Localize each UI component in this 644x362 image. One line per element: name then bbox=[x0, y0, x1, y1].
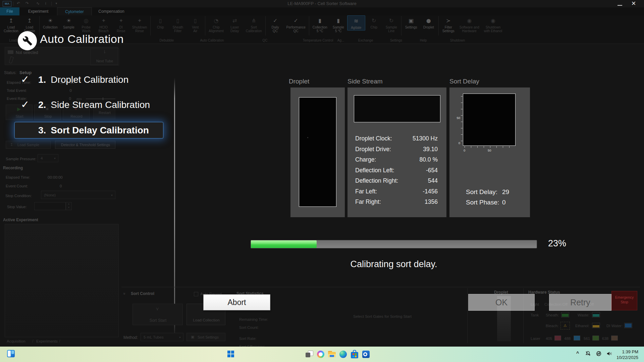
wrench-icon bbox=[18, 31, 37, 50]
step1-label: 1.Droplet Calibration bbox=[38, 74, 128, 85]
ribbon-button[interactable]: ↥ Load Collection bbox=[1, 15, 21, 34]
tab-experiment[interactable]: Experiment bbox=[19, 7, 57, 15]
no-internet-globe-icon[interactable] bbox=[596, 351, 602, 357]
tray-time[interactable]: 1:39 PM bbox=[622, 349, 638, 354]
ribbon-button[interactable]: ◎ Probe Wash bbox=[77, 15, 95, 34]
ribbon-button[interactable]: ◔ Chip Alignment bbox=[206, 15, 226, 34]
ribbon-button[interactable]: ▯ Chip bbox=[152, 15, 169, 30]
side-stream-stats: Droplet Clock: 51300 Hz Droplet Drive: 3… bbox=[355, 135, 438, 209]
stat-row: Deflection Right: 544 bbox=[355, 178, 438, 184]
briefcase-icon: ▣ bbox=[191, 335, 194, 339]
ribbon-button[interactable]: ▮ Collection 5 °C bbox=[310, 15, 330, 34]
stop-condition-dropdown[interactable]: (None) ▼ bbox=[41, 191, 115, 199]
ribbon-button[interactable]: ↥ Load Sample bbox=[21, 15, 38, 34]
vent-air-icon: ▯ bbox=[194, 16, 197, 25]
file-explorer-icon[interactable] bbox=[328, 351, 336, 357]
tab-file[interactable]: File bbox=[0, 7, 19, 15]
stop-condition-label: Stop Condition: bbox=[5, 194, 32, 198]
progress-percent: 23% bbox=[548, 238, 566, 249]
ribbon-button[interactable]: ● Droplet bbox=[420, 15, 437, 30]
ribbon-button[interactable]: ◉ Software and Hardware bbox=[457, 15, 482, 34]
spinner-down-icon[interactable]: ▼ bbox=[68, 206, 70, 208]
ribbon-button[interactable]: ⇄ Laser Delay bbox=[226, 15, 244, 34]
panel-splitter[interactable] bbox=[174, 78, 175, 338]
stop-value-spinner[interactable]: ▲ ▼ bbox=[66, 202, 72, 210]
sample-pressure-dropdown[interactable]: 4 ▼ bbox=[38, 154, 58, 162]
ribbon-button[interactable]: ▯ Sheath Filter bbox=[169, 15, 186, 34]
ribbon-button[interactable]: ≻ Filter Settings bbox=[440, 15, 457, 34]
waste-label: Waste: bbox=[578, 313, 589, 317]
stat-label: Deflection Left: bbox=[355, 167, 394, 173]
stat-label: Droplet Drive: bbox=[355, 146, 391, 152]
ribbon-button[interactable]: ↻ Sample Line bbox=[383, 15, 400, 34]
load-sample-icon: ↥ bbox=[27, 16, 32, 25]
side-stream-panel: Droplet Clock: 51300 Hz Droplet Drive: 3… bbox=[347, 87, 446, 217]
event-rate-slider[interactable] bbox=[86, 99, 115, 99]
outlook-icon[interactable] bbox=[362, 351, 370, 358]
stop-value-label: Stop Value: bbox=[7, 205, 27, 209]
tray-expand-chevron-icon[interactable]: ^ bbox=[576, 351, 579, 356]
ribbon-button[interactable]: ✦ Shutdown Rinse bbox=[130, 15, 149, 34]
sort-start-button: ⋎ Sort Start bbox=[132, 304, 183, 325]
sort-delay-label: Sort Delay: bbox=[466, 188, 497, 196]
droplet-panel-title: Droplet bbox=[289, 78, 309, 85]
ribbon-group-separator bbox=[150, 16, 151, 36]
step2-check-icon: ✓ bbox=[21, 99, 29, 110]
collapse-chevron-icon: » bbox=[122, 293, 127, 295]
droplet-icon: ● bbox=[426, 16, 431, 25]
ok-button[interactable]: OK bbox=[468, 294, 535, 311]
ribbon-button[interactable]: ▯ Vent Air bbox=[186, 15, 204, 34]
emergency-stop-button[interactable]: Emergency Stop bbox=[611, 291, 637, 310]
ribbon-button[interactable]: ✦ DI Rinse bbox=[112, 15, 130, 34]
tray-date[interactable]: 10/22/2025 bbox=[616, 355, 638, 360]
status-label: Status: bbox=[4, 70, 16, 75]
detector-threshold-settings-button[interactable]: Detector & Threshold Settings bbox=[55, 141, 115, 149]
chip-exchange-icon: ↻ bbox=[372, 16, 376, 25]
collection-light-icon: ☀ bbox=[48, 16, 53, 25]
next-tube-button[interactable]: ⇂ Next Tube bbox=[90, 48, 119, 65]
y-tick-0: 0 bbox=[455, 141, 460, 145]
group-label: Auto Calibration bbox=[200, 39, 224, 42]
ribbon-button[interactable]: ⋔ Sort Calibration bbox=[244, 15, 264, 34]
notification-off-icon[interactable] bbox=[585, 351, 591, 357]
load-sample-button[interactable]: ↥ Load Sample bbox=[6, 141, 51, 149]
copilot-icon[interactable] bbox=[317, 351, 324, 358]
sort-gates-hint: Select Sort Gates for Sorting Start bbox=[353, 314, 412, 318]
shutdown-ethanol-icon: ◉ bbox=[491, 16, 495, 25]
ribbon-button[interactable]: ✓ Performance QC bbox=[284, 15, 308, 34]
microsoft-store-icon[interactable] bbox=[351, 350, 358, 358]
divider bbox=[467, 288, 468, 343]
laser-488: 488 bbox=[564, 337, 571, 341]
settings-icon: ▣ bbox=[409, 16, 414, 25]
ribbon-button[interactable]: ▣ Settings bbox=[402, 15, 420, 30]
ribbon-button[interactable]: ✓ Daily QC bbox=[267, 15, 284, 34]
start-button-icon[interactable] bbox=[227, 351, 234, 357]
task-view-icon[interactable] bbox=[306, 351, 313, 358]
tab-cytometer[interactable]: Cytometer bbox=[57, 7, 92, 16]
ribbon-button[interactable]: ☀ Sample bbox=[60, 15, 77, 30]
retry-button[interactable]: Retry bbox=[549, 294, 611, 311]
minimize-icon[interactable] bbox=[618, 5, 622, 6]
ribbon-group-separator bbox=[205, 16, 205, 36]
tab-experiments[interactable]: Experiments bbox=[36, 339, 58, 343]
close-icon[interactable]: ✕ bbox=[629, 0, 638, 7]
widgets-icon[interactable] bbox=[7, 350, 15, 357]
ribbon-button[interactable]: ✦ HClO Bleach bbox=[95, 15, 112, 34]
stat-row: Droplet Clock: 51300 Hz bbox=[355, 135, 438, 141]
sheath-tank-icon bbox=[561, 312, 569, 317]
ribbon-group-separator bbox=[438, 16, 439, 36]
step2-number: 2. bbox=[38, 100, 46, 110]
ribbon-button[interactable]: ◉ Shutdown with Ethanol bbox=[482, 15, 504, 34]
spinner-up-icon[interactable]: ▲ bbox=[68, 203, 70, 205]
ribbon-button[interactable]: ▮ Sample 5 °C bbox=[330, 15, 347, 34]
folder-icon bbox=[8, 50, 13, 54]
tab-compensation[interactable]: Compensation bbox=[91, 7, 131, 15]
speaker-icon[interactable] bbox=[606, 351, 613, 357]
edge-icon[interactable] bbox=[339, 351, 347, 358]
ribbon-button[interactable]: ↻ Chip bbox=[365, 15, 383, 30]
tab-acquisition[interactable]: Acquisition bbox=[7, 339, 25, 343]
ribbon-button[interactable]: ≋ Agitate bbox=[347, 15, 365, 31]
stop-value-input[interactable] bbox=[34, 202, 66, 210]
abort-button[interactable]: Abort bbox=[203, 294, 270, 310]
ribbon-button[interactable]: ☀ Collection bbox=[41, 15, 60, 30]
